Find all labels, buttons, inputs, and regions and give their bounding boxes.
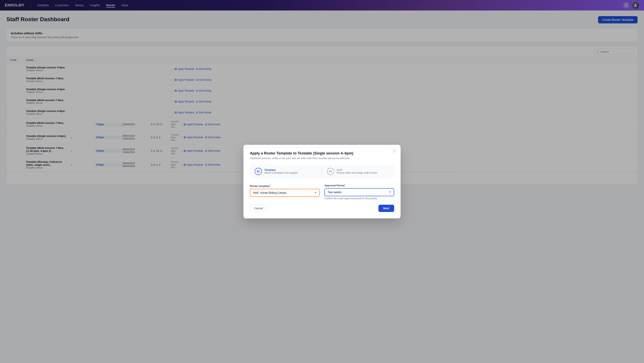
roster-template-label: Roster template*	[250, 184, 320, 188]
step-2-desc: Review shifts and assign staff to them	[337, 171, 377, 174]
roster-template-group: Roster template* HAF: Horse Riding Camps	[250, 184, 320, 200]
step-template: 01 Template Select a template to be appl…	[255, 168, 317, 175]
approval-period-hint: Confirm the roster approval period for t…	[324, 197, 394, 200]
stepper: 01 Template Select a template to be appl…	[250, 165, 394, 178]
modal-overlay: × Apply a Roster Template to Testable (S…	[0, 0, 644, 363]
approval-period-select[interactable]: Two weeks One week Three weeks	[324, 188, 394, 196]
step-1-label: Template	[264, 168, 298, 171]
modal-close-button[interactable]: ×	[392, 148, 397, 154]
modal-subtitle: Published periods, shifts in the past an…	[250, 157, 394, 160]
cancel-button[interactable]: Cancel	[250, 205, 267, 212]
approval-period-group: Approval Period Two weeks One week Three…	[324, 184, 394, 200]
step-2-number: 02	[327, 168, 334, 175]
step-divider	[322, 168, 322, 175]
step-staff: 02 Staff Review shifts and assign staff …	[327, 168, 390, 175]
step-1-number: 01	[255, 168, 262, 175]
step-2-label: Staff	[337, 168, 377, 171]
roster-template-select[interactable]: HAF: Horse Riding Camps	[250, 189, 320, 197]
modal-title: Apply a Roster Template to Testable (Sin…	[250, 151, 394, 156]
next-button[interactable]: Next	[378, 205, 394, 212]
apply-template-modal: × Apply a Roster Template to Testable (S…	[244, 145, 400, 218]
approval-period-label: Approval Period	[324, 184, 394, 187]
step-1-desc: Select a template to be applied	[264, 171, 298, 174]
modal-footer: Cancel Next	[250, 205, 394, 212]
form-row: Roster template* HAF: Horse Riding Camps…	[250, 184, 394, 200]
